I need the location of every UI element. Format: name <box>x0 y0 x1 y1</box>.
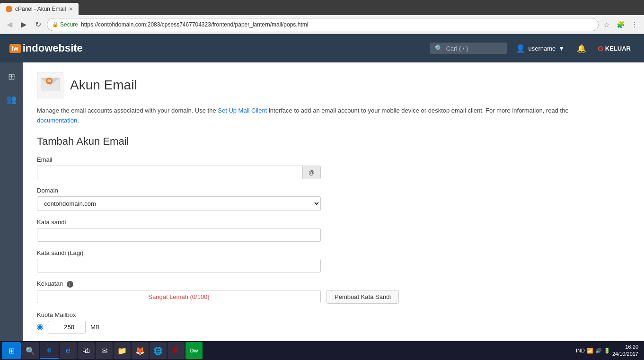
taskbar-search-button[interactable]: 🔍 <box>22 342 39 351</box>
taskbar-firefox-icon[interactable]: 🦊 <box>132 342 149 351</box>
desc-text-1: Manage the email accounts associated wit… <box>37 107 218 114</box>
secure-label: Secure <box>60 21 78 28</box>
taskbar-clock: 16:20 24/10/2017 <box>612 343 638 351</box>
logout-g-icon: G <box>598 44 603 53</box>
password-form-group: Kata sandi <box>37 219 630 242</box>
section-title: Tambah Akun Email <box>37 135 630 148</box>
desc-link-setup[interactable]: Set Up Mail Client <box>218 107 267 114</box>
password-confirm-input[interactable] <box>37 259 321 272</box>
toolbar-actions: ☆ 🧩 ⋮ <box>601 19 640 30</box>
taskbar-battery-icon: 🔋 <box>604 348 610 351</box>
tab-bar: cPanel - Akun Email ✕ <box>0 0 644 15</box>
mailbox-label: Kuota Mailbox <box>37 311 630 318</box>
strength-bar: Sangat Lemah (0/100) <box>37 290 321 303</box>
users-icon: 👥 <box>6 94 17 105</box>
taskbar-time: 16:20 <box>612 343 638 351</box>
taskbar-tray: IND 📶 🔊 🔋 16:20 24/10/2017 <box>576 343 642 351</box>
back-button[interactable]: ◀ <box>4 19 15 30</box>
taskbar-filezilla-icon[interactable]: F <box>168 342 185 351</box>
notifications-bell-icon[interactable]: 🔔 <box>573 44 590 53</box>
strength-label: Kekuatan i <box>37 280 630 288</box>
tab-close-button[interactable]: ✕ <box>69 6 73 12</box>
logo-iw-badge: iw <box>9 44 21 53</box>
browser-toolbar: ◀ ▶ ↻ 🔒 Secure https://contohdomain.com:… <box>0 15 644 34</box>
tab-favicon <box>6 6 12 12</box>
active-tab[interactable]: cPanel - Akun Email ✕ <box>0 3 79 15</box>
desc-text-2: interface to add an email account to you… <box>267 107 568 114</box>
taskbar-wifi-icon: 📶 <box>587 348 593 351</box>
strength-value: Sangat Lemah (0/100) <box>148 293 209 300</box>
taskbar-explorer-icon[interactable]: 📁 <box>114 342 131 351</box>
browser-chrome: cPanel - Akun Email ✕ ◀ ▶ ↻ 🔒 Secure htt… <box>0 0 644 34</box>
username-label: username <box>528 45 556 52</box>
svg-text:✉: ✉ <box>47 79 52 84</box>
user-icon: 👤 <box>516 44 525 53</box>
taskbar-ie-icon[interactable]: e <box>60 342 77 351</box>
sidebar: ⊞ 👥 <box>0 62 23 351</box>
search-icon: 🔍 <box>435 44 443 52</box>
bookmark-star-button[interactable]: ☆ <box>601 19 612 30</box>
domain-select[interactable]: contohdomain.com <box>37 196 321 211</box>
address-bar[interactable]: 🔒 Secure https://contohdomain.com:2083/c… <box>47 18 599 31</box>
taskbar-dreamweaver-icon[interactable]: Dw <box>185 342 203 351</box>
email-envelope-icon: ✉ <box>41 76 60 95</box>
refresh-button[interactable]: ↻ <box>32 19 44 30</box>
page-description: Manage the email accounts associated wit… <box>37 106 605 126</box>
logout-label: KELUAR <box>605 45 631 52</box>
email-icon-box: ✉ <box>37 72 63 98</box>
page-header: ✉ Akun Email <box>37 72 630 98</box>
strength-row: Sangat Lemah (0/100) Pembuat Kata Sandi <box>37 290 630 304</box>
logout-button[interactable]: G KELUAR <box>594 44 635 53</box>
app-logo[interactable]: iwindowebsite <box>9 42 83 54</box>
dropdown-icon: ▼ <box>558 45 565 52</box>
taskbar-store-icon[interactable]: 🛍 <box>78 342 95 351</box>
page-title: Akun Email <box>70 78 137 93</box>
strength-form-group: Kekuatan i Sangat Lemah (0/100) Pembuat … <box>37 280 630 304</box>
forward-button[interactable]: ▶ <box>18 19 29 30</box>
taskbar-lang: IND <box>576 348 585 351</box>
app-header: iwindowebsite 🔍 👤 username ▼ 🔔 G KELUAR <box>0 34 644 62</box>
grid-icon: ⊞ <box>8 71 15 82</box>
domain-label: Domain <box>37 187 630 194</box>
tab-label: cPanel - Akun Email <box>15 6 66 12</box>
header-search: 🔍 👤 username ▼ 🔔 G KELUAR <box>430 43 635 54</box>
logo-text: indowebsite <box>23 42 83 54</box>
start-button[interactable]: ⊞ <box>2 342 21 351</box>
desc-end: . <box>77 117 79 124</box>
mailbox-unit: MB <box>90 324 100 331</box>
sidebar-item-users[interactable]: 👥 <box>2 90 21 109</box>
taskbar-chrome-icon[interactable]: 🌐 <box>150 342 167 351</box>
strength-info-icon[interactable]: i <box>67 281 73 288</box>
taskbar-volume-icon: 🔊 <box>595 348 602 351</box>
taskbar: ⊞ 🔍 e e 🛍 ✉ 📁 🦊 🌐 F Dw IND 📶 🔊 🔋 16:20 2… <box>0 341 644 351</box>
user-menu[interactable]: 👤 username ▼ <box>511 44 569 53</box>
password-input[interactable] <box>37 228 321 242</box>
password-label: Kata sandi <box>37 219 630 226</box>
generate-password-button[interactable]: Pembuat Kata Sandi <box>326 290 399 304</box>
mailbox-radio[interactable] <box>37 324 43 330</box>
secure-badge: 🔒 Secure <box>52 21 78 28</box>
search-input[interactable] <box>446 45 503 52</box>
app-body: ⊞ 👥 ✉ Akun Email Manage t <box>0 62 644 351</box>
mailbox-row: MB <box>37 321 630 334</box>
mailbox-form-group: Kuota Mailbox MB <box>37 311 630 334</box>
sidebar-item-grid[interactable]: ⊞ <box>2 67 21 86</box>
desc-link-docs[interactable]: documentation <box>37 117 77 124</box>
email-input-row: @ <box>37 166 321 179</box>
url-display: https://contohdomain.com:2083/cpsess7467… <box>81 21 593 28</box>
password-confirm-form-group: Kata sandi (Lagi) <box>37 249 630 272</box>
email-form-group: Email @ <box>37 156 630 179</box>
lock-icon: 🔒 <box>52 21 59 27</box>
mailbox-quota-input[interactable] <box>48 321 86 334</box>
email-input[interactable] <box>37 166 302 179</box>
main-content: ✉ Akun Email Manage the email accounts a… <box>23 62 644 351</box>
extensions-button[interactable]: 🧩 <box>614 19 627 30</box>
email-label: Email <box>37 156 630 163</box>
search-wrapper[interactable]: 🔍 <box>430 43 507 54</box>
taskbar-mail-icon[interactable]: ✉ <box>96 342 113 351</box>
email-at-badge: @ <box>302 166 320 179</box>
taskbar-edge-icon[interactable]: e <box>40 342 59 351</box>
menu-button[interactable]: ⋮ <box>629 19 640 30</box>
domain-form-group: Domain contohdomain.com <box>37 187 630 211</box>
password-confirm-label: Kata sandi (Lagi) <box>37 249 630 256</box>
